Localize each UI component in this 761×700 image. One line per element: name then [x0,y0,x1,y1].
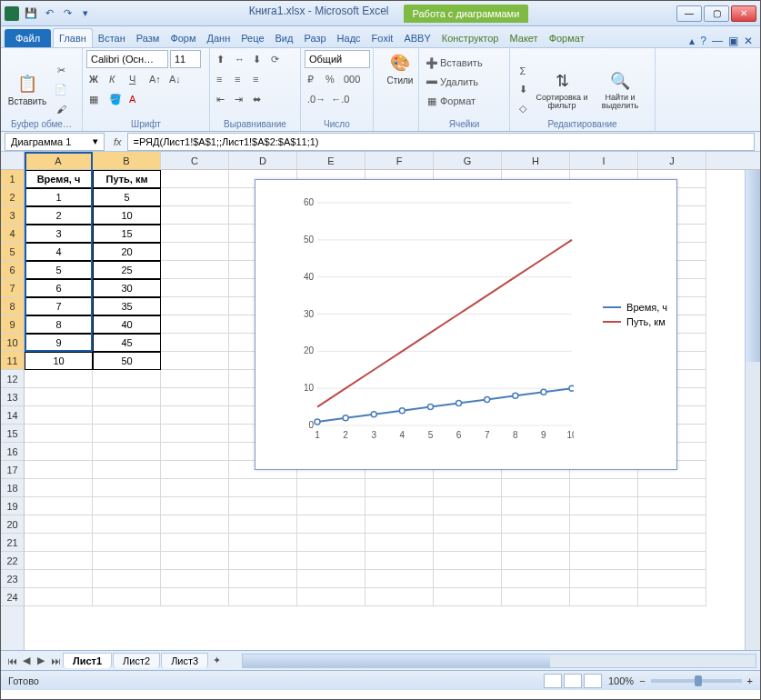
cell-C15[interactable] [161,425,229,443]
cell-C24[interactable] [161,588,229,606]
row-header-21[interactable]: 21 [1,534,24,552]
row-header-16[interactable]: 16 [1,443,24,461]
cell-C20[interactable] [161,515,229,534]
help-icon[interactable]: ? [700,35,706,47]
view-pagelayout-button[interactable] [564,674,582,688]
tab-pagelayout[interactable]: Разм [131,29,165,47]
row-header-2[interactable]: 2 [1,188,24,206]
cell-G19[interactable] [434,497,502,515]
cell-C1[interactable] [161,170,229,188]
cell-B15[interactable] [93,425,161,443]
row-header-20[interactable]: 20 [1,515,24,534]
legend-item-1[interactable]: Путь, км [603,316,667,327]
cell-G22[interactable] [434,552,502,570]
clear-button[interactable]: ◇ [514,100,532,118]
bold-button[interactable]: Ж [86,70,105,88]
cell-B7[interactable]: 30 [93,279,161,297]
vscroll-thumb[interactable] [746,170,760,362]
chart-legend[interactable]: Время, ч Путь, км [603,298,667,331]
cell-G18[interactable] [434,479,502,497]
cell-A5[interactable]: 4 [25,243,93,261]
redo-button[interactable]: ↷ [59,5,75,22]
cell-B14[interactable] [93,406,161,425]
cell-H19[interactable] [502,497,570,515]
tab-data[interactable]: Данн [202,29,236,47]
cell-C7[interactable] [161,279,229,297]
cell-A14[interactable] [25,406,93,425]
minimize-button[interactable]: — [676,5,702,22]
indent-inc-icon[interactable]: ⇥ [232,90,250,108]
undo-button[interactable]: ↶ [41,5,57,22]
cell-A15[interactable] [25,425,93,443]
new-sheet-icon[interactable]: ✦ [209,655,224,666]
align-middle-icon[interactable]: ↔ [232,50,250,68]
tab-abby[interactable]: ABBY [398,29,436,47]
copy-button[interactable]: 📄 [52,81,70,99]
column-header-H[interactable]: H [502,152,570,169]
align-left-icon[interactable]: ≡ [214,70,232,88]
zoom-slider[interactable] [651,679,742,683]
cell-H23[interactable] [502,570,570,588]
maximize-button[interactable]: ▢ [704,5,729,22]
cell-I24[interactable] [570,588,638,606]
cell-A17[interactable] [25,461,93,479]
cell-J21[interactable] [638,534,706,552]
row-header-14[interactable]: 14 [1,406,24,425]
row-header-22[interactable]: 22 [1,552,24,570]
cell-A12[interactable] [25,370,93,388]
format-painter-button[interactable]: 🖌 [52,100,70,118]
number-format-combo[interactable]: Общий [305,50,370,68]
tab-view[interactable]: Вид [270,29,299,47]
row-header-8[interactable]: 8 [1,297,24,315]
border-button[interactable]: ▦ [86,90,105,108]
cell-H21[interactable] [502,534,570,552]
cell-C19[interactable] [161,497,229,515]
cell-G23[interactable] [434,570,502,588]
column-header-A[interactable]: A [25,152,93,169]
name-box-dropdown-icon[interactable]: ▾ [93,135,98,147]
cells-insert-button[interactable]: ➕Вставить [423,54,506,72]
tab-developer[interactable]: Разр [298,29,331,47]
cell-A20[interactable] [25,515,93,534]
indent-dec-icon[interactable]: ⇤ [214,90,232,108]
cell-B17[interactable] [93,461,161,479]
font-color-button[interactable]: A [126,90,145,108]
column-header-B[interactable]: B [93,152,161,169]
cell-C11[interactable] [161,352,229,370]
sheet-nav-next-icon[interactable]: ▶ [34,655,48,666]
row-header-15[interactable]: 15 [1,425,24,443]
select-all-corner[interactable] [1,152,24,170]
name-box[interactable]: Диаграмма 1▾ [5,133,105,151]
cell-D24[interactable] [229,588,297,606]
cell-B8[interactable]: 35 [93,297,161,315]
sheet-tab-2[interactable]: Лист2 [113,653,160,668]
row-header-9[interactable]: 9 [1,315,24,334]
column-header-J[interactable]: J [638,152,706,169]
tab-home[interactable]: Главн [53,28,93,47]
italic-button[interactable]: К [106,70,125,88]
cell-C16[interactable] [161,443,229,461]
cell-D19[interactable] [229,497,297,515]
styles-button[interactable]: 🎨 Стили [377,50,423,87]
cell-E23[interactable] [297,570,365,588]
cells-delete-button[interactable]: ➖Удалить [423,73,506,91]
autosum-button[interactable]: Σ [514,62,532,80]
file-tab[interactable]: Файл [5,29,51,47]
cell-A23[interactable] [25,570,93,588]
merge-button[interactable]: ⬌ [250,90,268,108]
cell-B24[interactable] [93,588,161,606]
cell-B6[interactable]: 25 [93,261,161,279]
font-size-combo[interactable]: 11 [170,50,201,68]
column-header-D[interactable]: D [229,152,297,169]
cell-J18[interactable] [638,479,706,497]
cell-B18[interactable] [93,479,161,497]
font-name-combo[interactable]: Calibri (Осн… [86,50,168,68]
row-header-17[interactable]: 17 [1,461,24,479]
view-pagebreak-button[interactable] [584,674,602,688]
cell-C21[interactable] [161,534,229,552]
cell-C2[interactable] [161,188,229,206]
cell-C4[interactable] [161,225,229,243]
row-header-6[interactable]: 6 [1,261,24,279]
save-button[interactable]: 💾 [23,5,39,22]
cell-C18[interactable] [161,479,229,497]
